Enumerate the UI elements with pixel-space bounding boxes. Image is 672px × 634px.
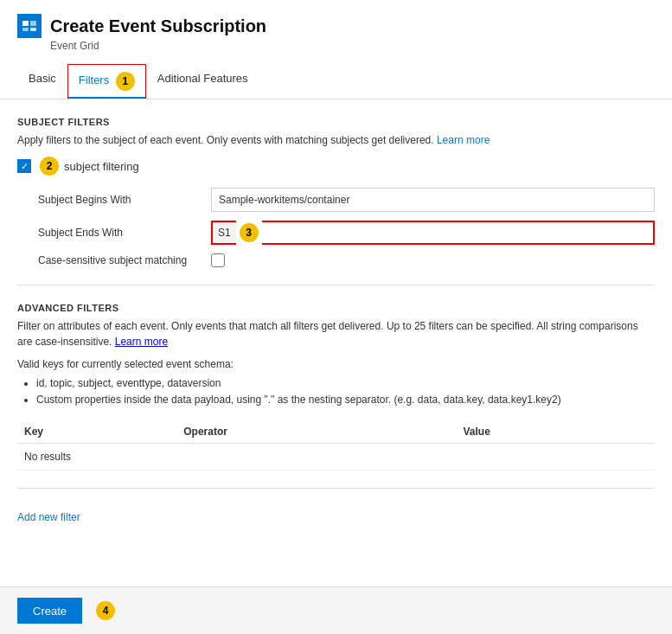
svg-rect-2 xyxy=(22,28,29,31)
enable-subject-filtering-checkbox[interactable]: ✓ xyxy=(17,159,31,173)
valid-keys-label: Valid keys for currently selected event … xyxy=(17,358,655,370)
col-key: Key xyxy=(17,420,176,444)
filter-table: Key Operator Value No results xyxy=(17,420,655,471)
create-button[interactable]: Create xyxy=(17,598,82,624)
main-content: SUBJECT FILTERS Apply filters to the sub… xyxy=(0,99,672,586)
tabs-container: Basic Filters 1 Aditional Features xyxy=(0,64,672,99)
subject-filters-learn-more[interactable]: Learn more xyxy=(437,134,490,146)
enable-checkbox-badge: 2 xyxy=(40,157,59,176)
svg-rect-0 xyxy=(22,21,29,26)
subject-ends-input[interactable] xyxy=(262,221,655,245)
subject-ends-input-group: S1 3 xyxy=(211,221,655,245)
col-operator: Operator xyxy=(176,420,456,444)
valid-keys-item-2: Custom properties inside the data payloa… xyxy=(36,392,655,408)
page-header: Create Event Subscription Event Grid xyxy=(0,0,672,55)
valid-keys-list: id, topic, subject, eventtype, dataversi… xyxy=(17,375,655,408)
col-value: Value xyxy=(456,420,655,444)
tab-additional[interactable]: Aditional Features xyxy=(146,64,259,99)
subject-ends-prefix: S1 xyxy=(211,221,236,245)
subject-ends-label: Subject Ends With xyxy=(38,227,211,239)
create-button-badge: 4 xyxy=(96,601,115,620)
subject-filters-title: SUBJECT FILTERS xyxy=(17,117,655,127)
page-title: Create Event Subscription xyxy=(50,16,266,36)
svg-rect-3 xyxy=(30,28,36,31)
enable-subject-filtering-label: subject filtering xyxy=(64,160,139,173)
subject-begins-label: Subject Begins With xyxy=(38,194,211,206)
subject-ends-row: Subject Ends With S1 3 xyxy=(17,221,655,245)
page-footer: Create 4 xyxy=(0,586,672,634)
event-grid-icon xyxy=(17,14,42,38)
subject-begins-row: Subject Begins With xyxy=(17,188,655,212)
enable-subject-filtering-row: ✓ 2 subject filtering xyxy=(17,157,655,176)
subject-filters-desc: Apply filters to the subject of each eve… xyxy=(17,132,655,148)
case-sensitive-checkbox[interactable] xyxy=(211,253,225,267)
case-sensitive-row: Case-sensitive subject matching xyxy=(17,253,655,267)
no-results-cell: No results xyxy=(17,444,655,471)
add-filter-link[interactable]: Add new filter xyxy=(17,511,80,523)
subject-begins-input[interactable] xyxy=(211,188,655,212)
section-divider xyxy=(17,285,655,285)
page-wrapper: Create Event Subscription Event Grid Bas… xyxy=(0,0,672,634)
valid-keys-item-1: id, topic, subject, eventtype, dataversi… xyxy=(36,375,655,392)
case-sensitive-label: Case-sensitive subject matching xyxy=(38,254,211,266)
tab-filters[interactable]: Filters 1 xyxy=(67,64,146,99)
advanced-filters-learn-more[interactable]: Learn more xyxy=(115,336,168,348)
page-subtitle: Event Grid xyxy=(50,40,655,52)
advanced-filters-desc: Filter on attributes of each event. Only… xyxy=(17,318,655,349)
advanced-filters-title: ADVANCED FILTERS xyxy=(17,303,655,313)
tab-basic[interactable]: Basic xyxy=(17,64,67,99)
tab-filters-badge: 1 xyxy=(116,72,135,91)
table-divider xyxy=(17,488,655,489)
subject-ends-badge: 3 xyxy=(240,223,259,242)
no-results-row: No results xyxy=(17,444,655,471)
svg-rect-1 xyxy=(30,21,36,26)
